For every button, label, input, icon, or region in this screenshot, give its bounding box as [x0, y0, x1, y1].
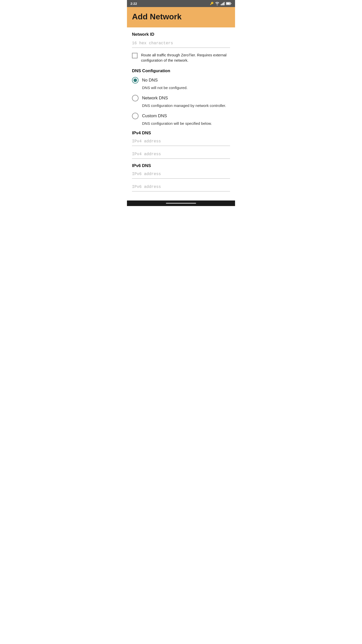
- ipv4-dns-label: IPv4 DNS: [132, 131, 230, 136]
- key-icon: 🔑: [210, 2, 214, 5]
- ipv4-dns-input-2[interactable]: [132, 150, 230, 159]
- network-id-label: Network ID: [132, 32, 230, 37]
- nav-bar-pill: [166, 203, 196, 204]
- ipv6-dns-input-1[interactable]: [132, 170, 230, 179]
- dns-section-label: DNS Configuration: [132, 68, 230, 73]
- svg-rect-6: [231, 3, 232, 4]
- svg-rect-3: [224, 2, 224, 5]
- ipv6-dns-input-2[interactable]: [132, 183, 230, 191]
- radio-custom-dns[interactable]: Custom DNS: [132, 113, 230, 119]
- radio-custom-dns-description: DNS configuration will be specified belo…: [142, 121, 230, 126]
- radio-no-dns-label: No DNS: [142, 78, 158, 83]
- radio-custom-dns-circle[interactable]: [132, 113, 139, 119]
- svg-rect-2: [223, 3, 223, 5]
- status-icons: 🔑: [210, 2, 232, 5]
- signal-icon: [221, 2, 225, 5]
- radio-network-dns-label: Network DNS: [142, 96, 168, 101]
- svg-rect-5: [227, 3, 230, 5]
- page-content: Network ID Route all traffic through Zer…: [127, 27, 235, 200]
- radio-no-dns[interactable]: No DNS: [132, 77, 230, 84]
- battery-icon: [226, 2, 232, 5]
- svg-rect-0: [221, 4, 221, 5]
- radio-network-dns-description: DNS configuration managed by network con…: [142, 103, 230, 108]
- page-title: Add Network: [132, 12, 230, 21]
- radio-no-dns-description: DNS will not be configured.: [142, 85, 230, 90]
- radio-no-dns-circle[interactable]: [132, 77, 139, 84]
- radio-network-dns-circle[interactable]: [132, 95, 139, 101]
- wifi-icon: [215, 2, 219, 5]
- radio-network-dns[interactable]: Network DNS: [132, 95, 230, 101]
- route-traffic-checkbox[interactable]: [132, 53, 138, 58]
- status-time: 2:22: [130, 2, 137, 6]
- route-traffic-label: Route all traffic through ZeroTier. Requ…: [141, 52, 230, 63]
- page-header: Add Network: [127, 7, 235, 27]
- route-traffic-row[interactable]: Route all traffic through ZeroTier. Requ…: [132, 52, 230, 63]
- ipv4-dns-input-1[interactable]: [132, 138, 230, 146]
- nav-bar: [127, 200, 235, 206]
- network-id-input[interactable]: [132, 39, 230, 48]
- status-bar: 2:22 🔑: [127, 0, 235, 7]
- ipv6-dns-label: IPv6 DNS: [132, 163, 230, 168]
- svg-rect-1: [222, 4, 222, 5]
- radio-custom-dns-label: Custom DNS: [142, 113, 167, 118]
